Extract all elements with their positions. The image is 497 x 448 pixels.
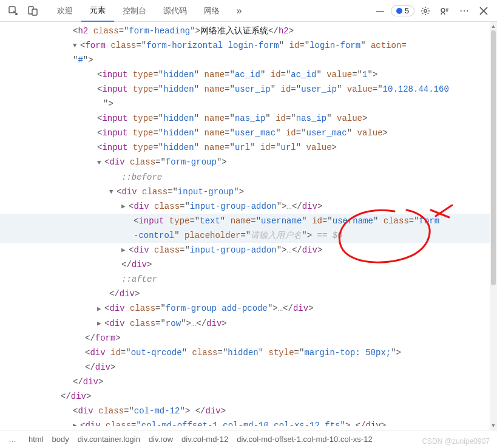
more-tabs-icon[interactable]: » (231, 2, 248, 19)
tab-network[interactable]: 网络 (195, 1, 228, 21)
inspect-element-icon[interactable] (5, 2, 22, 19)
issues-badge[interactable]: 5 (391, 5, 414, 16)
devtools-toolbar: 欢迎 元素 控制台 源代码 网络 » — 5 ⋯ (0, 0, 497, 22)
breadcrumb-item[interactable]: div.row (149, 435, 173, 444)
dom-pseudo[interactable]: ::after (0, 272, 497, 287)
scroll-up-icon[interactable]: ▲ (490, 22, 497, 30)
dom-node-cont[interactable]: "#"> (0, 53, 497, 67)
dom-node[interactable]: <input type="hidden" name="ac_id" id="ac… (0, 67, 497, 82)
caret-down-icon[interactable]: ▼ (109, 185, 117, 199)
caret-right-icon[interactable]: ▶ (73, 418, 80, 426)
kebab-menu-icon[interactable]: ⋯ (456, 2, 473, 19)
caret-right-icon[interactable]: ▶ (97, 302, 104, 316)
settings-gear-icon[interactable] (417, 2, 434, 19)
elements-dom-tree[interactable]: <h2 class="form-heading">网络准入认证系统</h2> ▼… (0, 22, 497, 426)
dom-node[interactable]: <input type="hidden" name="nas_ip" id="n… (0, 111, 497, 126)
dom-node[interactable]: ▼<form class="form-horizontal login-form… (0, 38, 497, 53)
dom-node[interactable]: </div> (0, 389, 497, 404)
dom-node[interactable]: <input type="hidden" name="user_ip" id="… (0, 82, 497, 97)
caret-right-icon[interactable]: ▶ (97, 316, 104, 331)
tab-elements[interactable]: 元素 (81, 0, 114, 22)
dom-node-selected-cont[interactable]: -control" placeholder="请输入用户名"> == $0 (0, 228, 497, 243)
dom-node[interactable]: ▶<div class="form-group add-pcode">…</di… (0, 301, 497, 316)
caret-right-icon[interactable]: ▶ (121, 243, 129, 257)
dom-node[interactable]: </form> (0, 331, 497, 345)
svg-point-4 (441, 8, 445, 12)
dom-node-selected[interactable]: <input type="text" name="username" id="u… (0, 214, 497, 228)
tab-console[interactable]: 控制台 (114, 1, 155, 21)
svg-rect-2 (32, 9, 37, 15)
dom-node[interactable]: <div class="col-md-12"> </div> (0, 404, 497, 418)
panel-tabs: 欢迎 元素 控制台 源代码 网络 (49, 0, 228, 22)
caret-right-icon[interactable]: ▶ (121, 199, 129, 214)
dom-node[interactable]: ▶<div class="input-group-addon">…</div> (0, 199, 497, 214)
breadcrumb-item[interactable]: div.container.login (78, 435, 140, 444)
caret-down-icon[interactable]: ▼ (73, 38, 80, 53)
tab-welcome[interactable]: 欢迎 (49, 1, 81, 21)
dom-node[interactable]: ▶<div class="col-md-offset-1 col-md-10 c… (0, 418, 497, 426)
watermark-text: CSDN @zunipe0907 (422, 437, 490, 446)
breadcrumb-item[interactable]: div.col-md-offset-1.col-md-10.col-xs-12 (237, 435, 372, 444)
dom-node[interactable]: <input type="hidden" name="url" id="url"… (0, 140, 497, 155)
close-devtools-icon[interactable] (475, 2, 492, 19)
dom-node-cont[interactable]: "> (0, 97, 497, 111)
dom-node[interactable]: <input type="hidden" name="user_mac" id=… (0, 126, 497, 140)
dom-node[interactable]: </div> (0, 375, 497, 389)
svg-point-3 (424, 9, 427, 12)
feedback-icon[interactable] (436, 2, 453, 19)
breadcrumb-item[interactable]: div.col-md-12 (181, 435, 228, 444)
breadcrumb-item[interactable]: html (29, 435, 44, 444)
breadcrumb-overflow[interactable]: … (5, 435, 20, 444)
scroll-down-icon[interactable]: ▼ (490, 421, 497, 430)
dom-node[interactable]: </div> (0, 287, 497, 301)
tab-sources[interactable]: 源代码 (155, 1, 195, 21)
device-toggle-icon[interactable] (24, 2, 41, 19)
scrollbar-thumb[interactable] (491, 30, 496, 285)
dom-node[interactable]: ▶<div class="row">…</div> (0, 316, 497, 331)
dot-icon (396, 8, 402, 14)
dom-pseudo[interactable]: ::before (0, 170, 497, 185)
dom-node[interactable]: ▼<div class="input-group"> (0, 185, 497, 199)
issues-count: 5 (405, 7, 409, 15)
dom-node[interactable]: </div> (0, 360, 497, 375)
dom-node[interactable]: ▼<div class="form-group"> (0, 155, 497, 169)
dom-node[interactable]: </div> (0, 257, 497, 272)
dom-breadcrumb: … html body div.container.login div.row … (0, 430, 497, 448)
breadcrumb-item[interactable]: body (52, 435, 69, 444)
caret-down-icon[interactable]: ▼ (97, 155, 104, 170)
dom-node[interactable]: ▶<div class="input-group-addon">…</div> (0, 243, 497, 257)
vertical-scrollbar[interactable]: ▲ ▼ (490, 22, 497, 430)
dom-node[interactable]: <div id="out-qrcode" class="hidden" styl… (0, 345, 497, 360)
dom-node[interactable]: <h2 class="form-heading">网络准入认证系统</h2> (0, 24, 497, 38)
minus-icon[interactable]: — (371, 2, 388, 19)
